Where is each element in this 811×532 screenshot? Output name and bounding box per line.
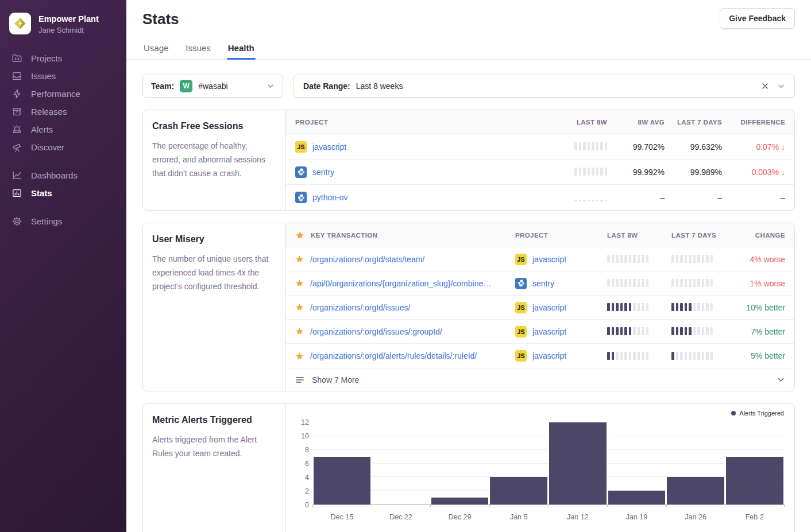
bar-cell <box>489 422 549 504</box>
sidebar-item-performance[interactable]: Performance <box>0 85 126 103</box>
project-link[interactable]: javascript <box>532 255 566 264</box>
project-link[interactable]: sentry <box>532 279 554 288</box>
x-tick-label: Jan 5 <box>489 513 549 521</box>
table-row: JSjavascript99.702%99.632%0.07% ↓ <box>286 134 794 160</box>
sparkline <box>538 166 607 176</box>
team-avatar: W <box>180 80 192 92</box>
x-axis-tick <box>784 504 785 507</box>
chevron-down-icon <box>777 375 785 384</box>
key-transaction-cell: /organizations/:orgId/issues/ <box>295 303 515 312</box>
column-header-label: Key Transaction <box>311 232 377 239</box>
metric-alerts-title: Metric Alerts Triggered <box>152 415 276 425</box>
sidebar-item-label: Discover <box>31 142 64 152</box>
user-misery-table: Key TransactionProjectLast 8WLast 7 Days… <box>286 223 794 391</box>
last-7-days-sparkline-cell <box>671 326 736 337</box>
project-link[interactable]: javascript <box>532 303 566 312</box>
star-icon[interactable] <box>295 303 304 312</box>
python-platform-icon <box>295 166 307 178</box>
project-link[interactable]: javascript <box>532 327 566 336</box>
y-tick-label: 10 <box>301 432 309 440</box>
page-header: Stats Give Feedback <box>126 0 811 29</box>
change-value: 10% better <box>736 303 785 312</box>
key-transaction-cell: /api/0/organizations/{organization_slug}… <box>295 279 515 288</box>
tab-health[interactable]: Health <box>227 38 256 59</box>
javascript-platform-icon: JS <box>515 302 527 313</box>
sidebar-item-dashboards[interactable]: Dashboards <box>0 166 126 184</box>
releases-icon <box>11 106 22 118</box>
8w-avg-value: – <box>607 193 665 202</box>
x-tick-label: Jan 26 <box>666 513 725 521</box>
star-icon[interactable] <box>295 352 304 360</box>
star-icon[interactable] <box>295 327 304 336</box>
metric-alerts-description: Alerts triggered from the Alert Rules yo… <box>152 433 276 460</box>
team-select[interactable]: Team: W #wasabi <box>142 75 283 98</box>
transaction-link[interactable]: /organizations/:orgId/issues/ <box>310 303 410 312</box>
table-row: /organizations/:orgId/issues/JSjavascrip… <box>286 296 794 320</box>
x-axis-tick <box>666 504 667 507</box>
project-cell: JSjavascript <box>515 302 607 313</box>
sidebar-item-settings[interactable]: Settings <box>0 212 126 230</box>
dashboards-icon <box>11 170 22 181</box>
star-icon[interactable] <box>295 279 304 288</box>
table-row: python-ov––– <box>286 185 794 210</box>
table-row: /api/0/organizations/{organization_slug}… <box>286 271 794 296</box>
sidebar-item-label: Performance <box>31 89 80 99</box>
user-misery-table-body: /organizations/:orgId/stats/team/JSjavas… <box>286 247 794 368</box>
tab-issues[interactable]: Issues <box>184 38 211 59</box>
clear-icon[interactable] <box>761 82 769 90</box>
bar-cell <box>549 422 608 504</box>
transaction-link[interactable]: /api/0/organizations/{organization_slug}… <box>310 279 491 288</box>
stats-icon <box>11 188 22 199</box>
org-name: Empower Plant <box>38 13 99 24</box>
sidebar-item-issues[interactable]: Issues <box>0 67 126 85</box>
sidebar-item-releases[interactable]: Releases <box>0 103 126 121</box>
give-feedback-button[interactable]: Give Feedback <box>720 8 795 29</box>
last-7-days-value: 99.632% <box>665 142 722 152</box>
project-link[interactable]: javascript <box>532 351 566 360</box>
javascript-platform-icon: JS <box>515 326 527 337</box>
tab-usage[interactable]: Usage <box>142 38 169 59</box>
difference-value: – <box>722 193 785 202</box>
difference-value: 0.07% ↓ <box>722 142 785 152</box>
sidebar-item-label: Issues <box>31 71 56 81</box>
last-8w-sparkline-cell <box>607 302 671 313</box>
content: Team: W #wasabi Date Range: Last 8 weeks <box>126 60 811 532</box>
org-logo <box>9 13 31 34</box>
show-more-row[interactable]: Show 7 More <box>286 368 794 391</box>
user-misery-table-header: Key TransactionProjectLast 8WLast 7 Days… <box>286 223 794 247</box>
transaction-link[interactable]: /organizations/:orgId/stats/team/ <box>310 255 424 264</box>
javascript-platform-icon: JS <box>295 141 307 153</box>
project-cell: JSjavascript <box>515 326 607 337</box>
last-7-days-value: 99.989% <box>665 168 722 177</box>
bar-cell <box>430 422 489 504</box>
user-misery-title: User Misery <box>152 234 276 244</box>
column-header: Difference <box>722 119 785 126</box>
sparkline <box>671 254 736 263</box>
x-axis-tick <box>549 504 549 507</box>
org-switcher[interactable]: Empower Plant Jane Schmidt <box>0 8 126 49</box>
project-link[interactable]: python-ov <box>312 193 347 202</box>
transaction-link[interactable]: /organizations/:orgId/alerts/rules/detai… <box>310 351 477 360</box>
sidebar-item-discover[interactable]: Discover <box>0 138 126 156</box>
list-icon <box>295 376 304 384</box>
key-transaction-cell: /organizations/:orgId/issues/:groupId/ <box>295 327 515 336</box>
column-header: Last 8W <box>538 119 607 126</box>
star-icon[interactable] <box>295 255 304 263</box>
date-range-select[interactable]: Date Range: Last 8 weeks <box>293 75 795 98</box>
legend-label: Alerts Triggered <box>739 410 784 417</box>
x-tick-label: Dec 22 <box>372 513 431 521</box>
tab-bar: UsageIssuesHealth <box>126 38 811 60</box>
sidebar-item-alerts[interactable]: Alerts <box>0 121 126 138</box>
crash-free-title: Crash Free Sessions <box>152 121 276 131</box>
sidebar-item-stats[interactable]: Stats <box>0 184 126 202</box>
transaction-link[interactable]: /organizations/:orgId/issues/:groupId/ <box>310 327 442 336</box>
sidebar-item-label: Dashboards <box>31 170 78 180</box>
project-link[interactable]: sentry <box>312 168 334 177</box>
sidebar-item-projects[interactable]: Projects <box>0 49 126 67</box>
8w-avg-value: 99.702% <box>607 142 665 152</box>
sparkline <box>538 141 607 150</box>
project-cell: sentry <box>295 166 538 178</box>
project-cell: JSjavascript <box>515 350 607 362</box>
project-link[interactable]: javascript <box>312 142 346 152</box>
bar-cell <box>312 422 372 504</box>
